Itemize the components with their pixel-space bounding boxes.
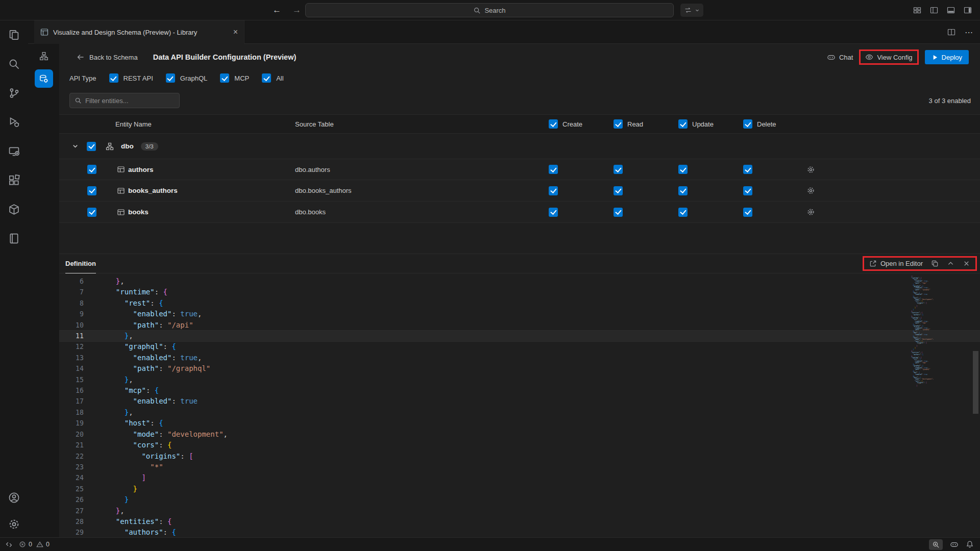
code-line: 11 }, (59, 331, 980, 341)
split-editor-icon[interactable] (947, 28, 955, 36)
api-builder-view-icon[interactable] (35, 69, 53, 88)
line-number: 15 (59, 374, 96, 385)
op-checkbox[interactable] (678, 186, 688, 195)
toggle-panel-icon[interactable] (947, 6, 955, 14)
database-cube-icon[interactable] (0, 195, 28, 224)
back-arrow-icon[interactable]: ← (273, 5, 281, 15)
checkbox-icon[interactable] (166, 73, 175, 83)
op-checkbox[interactable] (614, 165, 623, 174)
op-checkbox[interactable] (614, 186, 623, 195)
op-header-checkbox[interactable] (678, 119, 688, 129)
checkbox-icon[interactable] (220, 73, 229, 83)
code-editor[interactable]: 6 },7 "runtime": {8 "rest": {9 "enabled"… (59, 273, 980, 537)
copilot-icon (827, 53, 836, 62)
copy-icon[interactable] (931, 260, 939, 267)
toggle-sidebar-icon[interactable] (930, 6, 938, 14)
row-settings-gear-icon[interactable] (806, 165, 815, 174)
zoom-in-icon[interactable] (929, 539, 943, 550)
settings-gear-icon[interactable] (0, 511, 28, 537)
row-checkbox[interactable] (87, 208, 96, 217)
close-panel-icon[interactable] (963, 260, 970, 267)
scrollbar-thumb[interactable] (973, 351, 978, 414)
deploy-button[interactable]: Deploy (925, 50, 969, 64)
source-table-value: dbo.books_authors (294, 187, 545, 194)
filter-box (69, 93, 180, 108)
customize-layout-icon[interactable] (913, 6, 921, 14)
line-number: 23 (59, 462, 96, 472)
filter-entities-input[interactable] (85, 97, 175, 105)
op-checkbox[interactable] (743, 165, 752, 174)
checkbox-icon[interactable] (109, 73, 118, 83)
group-checkbox[interactable] (87, 142, 96, 151)
explorer-icon[interactable] (0, 20, 28, 49)
schema-group-row[interactable]: dbo 3/3 (59, 134, 980, 159)
line-number: 19 (59, 418, 96, 429)
editor-scrollbar[interactable] (973, 273, 978, 537)
more-actions-icon[interactable]: ⋯ (965, 28, 973, 37)
api-type-option[interactable]: MCP (220, 73, 249, 83)
forward-arrow-icon[interactable]: → (292, 5, 301, 15)
extensions-icon[interactable] (0, 166, 28, 195)
api-type-option[interactable]: All (262, 73, 283, 83)
line-number: 14 (59, 363, 96, 374)
run-debug-icon[interactable] (0, 108, 28, 137)
checkbox-icon[interactable] (262, 73, 271, 83)
remote-explorer-icon[interactable] (0, 137, 28, 166)
filter-row: 3 of 3 enabled (59, 89, 980, 112)
minimap[interactable]: }, "runtime": { "rest": { "enabled": tru… (910, 276, 967, 387)
command-center-search[interactable]: Search (305, 3, 674, 17)
error-count: 0 (29, 541, 32, 548)
row-settings-gear-icon[interactable] (806, 186, 815, 195)
code-line: 23 "*" (59, 462, 980, 472)
problems-indicator[interactable]: 0 0 (19, 541, 50, 548)
back-to-schema-button[interactable]: Back to Schema (77, 53, 138, 61)
api-type-option[interactable]: GraphQL (166, 73, 207, 83)
view-config-button[interactable]: View Config (865, 53, 912, 61)
open-in-editor-button[interactable]: Open in Editor (869, 260, 923, 267)
code-line: 21 "cors": { (59, 440, 980, 450)
source-control-icon[interactable] (0, 79, 28, 108)
status-left: 0 0 (5, 541, 50, 548)
tab-visualize-schema[interactable]: Visualize and Design Schema (Preview) - … (34, 20, 244, 44)
panel-tab-definition[interactable]: Definition (65, 254, 96, 273)
op-checkbox[interactable] (678, 165, 688, 174)
copilot-status-icon[interactable] (950, 540, 959, 549)
chevron-down-icon[interactable] (71, 142, 79, 150)
api-type-option[interactable]: REST API (109, 73, 153, 83)
row-settings-gear-icon[interactable] (806, 208, 815, 216)
op-header-checkbox[interactable] (549, 119, 558, 129)
op-checkbox[interactable] (549, 208, 558, 217)
activity-bar (0, 20, 28, 537)
line-number: 25 (59, 484, 96, 494)
op-header-checkbox[interactable] (743, 119, 752, 129)
op-checkbox[interactable] (549, 186, 558, 195)
database-project-icon[interactable] (0, 224, 28, 253)
op-header-cell: Create (545, 119, 610, 129)
account-icon[interactable] (0, 484, 28, 511)
op-header-label: Delete (757, 120, 776, 128)
remote-indicator-icon[interactable] (5, 541, 13, 548)
tab-close-icon[interactable]: × (233, 28, 238, 36)
external-link-icon (869, 260, 877, 267)
line-number: 22 (59, 451, 96, 462)
layout-control-button[interactable] (680, 4, 703, 17)
code-line: 7 "runtime": { (59, 287, 980, 297)
op-checkbox[interactable] (743, 208, 752, 217)
api-type-label: API Type (69, 74, 96, 82)
line-number: 27 (59, 506, 96, 516)
row-checkbox[interactable] (87, 186, 96, 195)
row-checkbox[interactable] (87, 165, 96, 174)
op-checkbox[interactable] (614, 208, 623, 217)
entity-name: books_authors (128, 187, 178, 194)
chat-button[interactable]: Chat (827, 53, 853, 62)
op-checkbox[interactable] (743, 186, 752, 195)
schema-view-icon[interactable] (34, 48, 54, 64)
notifications-bell-icon[interactable] (966, 540, 974, 548)
annotation-box-open-in-editor: Open in Editor (863, 256, 977, 271)
toggle-secondary-sidebar-icon[interactable] (964, 6, 972, 14)
op-checkbox[interactable] (549, 165, 558, 174)
op-header-checkbox[interactable] (614, 119, 623, 129)
search-sidebar-icon[interactable] (0, 49, 28, 79)
op-checkbox[interactable] (678, 208, 688, 217)
collapse-chevron-up-icon[interactable] (947, 260, 954, 267)
